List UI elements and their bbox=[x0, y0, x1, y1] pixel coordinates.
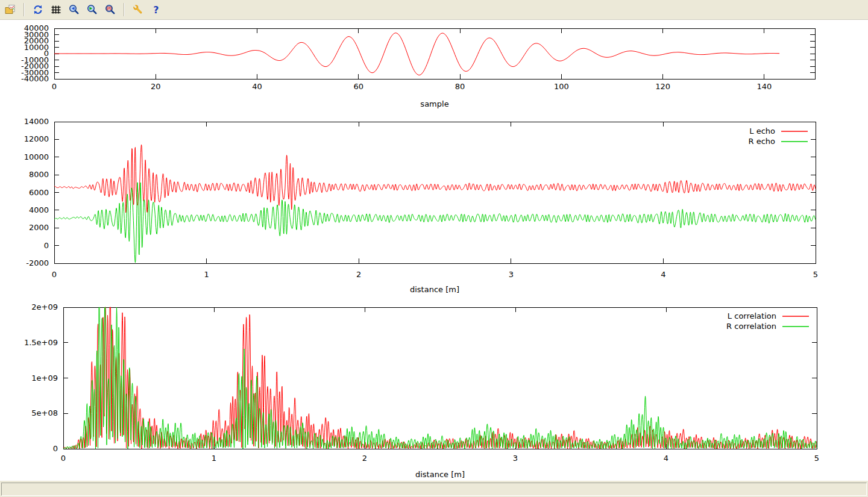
y-tick-label: 2e+09 bbox=[31, 302, 58, 311]
x-tick-label: 40 bbox=[252, 82, 262, 91]
x-tick-label: 80 bbox=[455, 82, 465, 91]
legend-label: R correlation bbox=[726, 322, 776, 331]
x-tick-label: 0 bbox=[52, 82, 57, 91]
x-tick-label: 3 bbox=[509, 270, 514, 279]
x-axis-label: sample bbox=[420, 99, 448, 108]
svg-text:?: ? bbox=[153, 4, 159, 15]
x-tick-label: 1 bbox=[212, 454, 216, 463]
x-tick-label: 1 bbox=[204, 270, 209, 279]
y-tick-label: 12000 bbox=[24, 134, 49, 143]
toggle-grid-button[interactable] bbox=[48, 2, 64, 17]
toolbar-separator bbox=[124, 3, 125, 16]
x-tick-label: 3 bbox=[513, 454, 518, 463]
plot-area[interactable] bbox=[63, 307, 817, 449]
zoom-next-button[interactable] bbox=[84, 2, 100, 17]
configure-button[interactable] bbox=[130, 2, 146, 17]
legend-label: L echo bbox=[749, 127, 775, 136]
x-axis-label: distance [m] bbox=[410, 285, 459, 294]
replot-button[interactable] bbox=[30, 2, 46, 17]
x-tick-label: 2 bbox=[356, 270, 361, 279]
status-bar bbox=[0, 481, 868, 497]
y-tick-label: 6000 bbox=[29, 188, 49, 197]
toolbar-separator bbox=[24, 3, 25, 16]
x-tick-label: 60 bbox=[354, 82, 364, 91]
help-icon: ? bbox=[151, 4, 162, 15]
configure-icon bbox=[133, 4, 143, 15]
y-tick-label: 0 bbox=[53, 444, 58, 453]
plots-svg: 020406080100120140400003000020000100000-… bbox=[0, 20, 868, 481]
autoscale-button[interactable] bbox=[102, 2, 118, 17]
zoom-next-icon bbox=[87, 4, 98, 15]
grid-icon bbox=[51, 4, 61, 15]
x-tick-label: 140 bbox=[756, 82, 772, 91]
y-tick-label: -40000 bbox=[21, 74, 49, 83]
x-tick-label: 0 bbox=[61, 454, 66, 463]
x-tick-label: 2 bbox=[362, 454, 367, 463]
y-tick-label: 1e+09 bbox=[31, 374, 58, 383]
x-tick-label: 4 bbox=[664, 454, 668, 463]
gnuplot-window: ? 02040608010012014040000300002000010000… bbox=[0, 0, 868, 497]
y-tick-label: 14000 bbox=[24, 117, 49, 126]
help-button[interactable]: ? bbox=[148, 2, 164, 17]
toolbar: ? bbox=[0, 0, 868, 20]
x-tick-label: 120 bbox=[655, 82, 670, 91]
zoom-previous-button[interactable] bbox=[66, 2, 82, 17]
legend-label: L correlation bbox=[728, 311, 776, 320]
y-tick-label: 1.5e+09 bbox=[24, 338, 58, 347]
x-axis-label: distance [m] bbox=[415, 470, 465, 479]
x-tick-label: 5 bbox=[813, 270, 818, 279]
y-tick-label: 4000 bbox=[29, 205, 49, 214]
autoscale-icon bbox=[105, 4, 116, 15]
y-tick-label: 8000 bbox=[29, 170, 49, 179]
plot-canvas[interactable]: 020406080100120140400003000020000100000-… bbox=[0, 20, 868, 481]
zoom-previous-icon bbox=[69, 4, 80, 15]
replot-icon bbox=[33, 4, 43, 15]
legend-label: R echo bbox=[748, 137, 775, 146]
x-tick-label: 5 bbox=[814, 454, 819, 463]
x-tick-label: 20 bbox=[151, 82, 161, 91]
x-tick-label: 0 bbox=[52, 270, 57, 279]
y-tick-label: 2000 bbox=[29, 223, 49, 232]
y-tick-label: 0 bbox=[44, 241, 49, 250]
copy-to-clipboard-button[interactable] bbox=[2, 2, 18, 17]
copy-icon bbox=[5, 4, 16, 15]
y-tick-label: -2000 bbox=[26, 258, 49, 267]
x-tick-label: 100 bbox=[554, 82, 569, 91]
status-text bbox=[1, 483, 867, 496]
y-tick-label: 10000 bbox=[24, 152, 49, 161]
y-tick-label: 5e+08 bbox=[31, 408, 58, 417]
plot-area[interactable] bbox=[54, 122, 816, 263]
x-tick-label: 4 bbox=[661, 270, 665, 279]
